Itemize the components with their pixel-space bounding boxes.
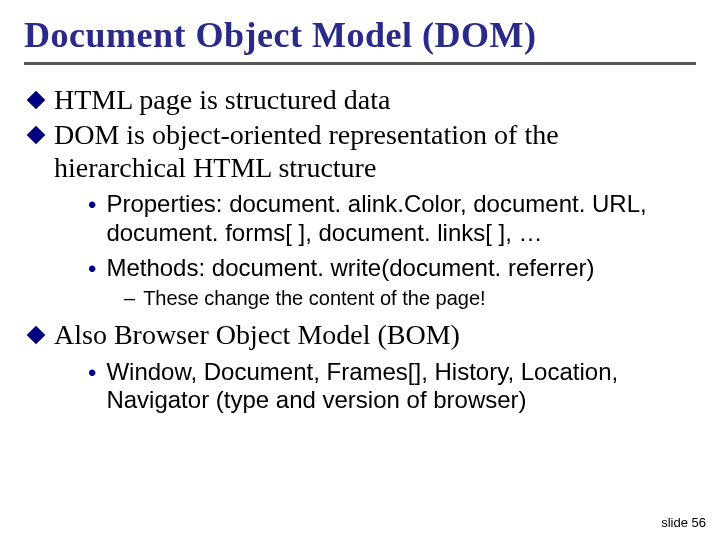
bullet-dot-icon: •	[88, 191, 96, 248]
sub-bullet-item: • Properties: document. alink.Color, doc…	[88, 190, 696, 248]
slide: Document Object Model (DOM) HTML page is…	[0, 0, 720, 540]
dash-bullet-text: These change the content of the page!	[143, 287, 485, 310]
diamond-icon	[27, 91, 46, 110]
sub-bullet-item: • Window, Document, Frames[], History, L…	[88, 358, 696, 416]
bullet-dot-icon: •	[88, 255, 96, 284]
bullet-item: Also Browser Object Model (BOM)	[24, 318, 696, 351]
title-rule	[24, 62, 696, 65]
bullet-text: HTML page is structured data	[54, 83, 390, 116]
diamond-icon	[27, 326, 46, 345]
bullet-text: Also Browser Object Model (BOM)	[54, 318, 460, 351]
dash-bullet-item: – These change the content of the page!	[124, 287, 696, 310]
bullet-item: HTML page is structured data	[24, 83, 696, 116]
sub-bullet-text: Window, Document, Frames[], History, Loc…	[106, 358, 696, 416]
sub-bullet-item: • Methods: document. write(document. ref…	[88, 254, 696, 284]
diamond-icon	[27, 126, 46, 145]
bullet-item: DOM is object-oriented representation of…	[24, 118, 696, 184]
sub-bullet-text: Properties: document. alink.Color, docum…	[106, 190, 696, 248]
bullet-text: DOM is object-oriented representation of…	[54, 118, 696, 184]
sub-bullet-text: Methods: document. write(document. refer…	[106, 254, 594, 284]
slide-title: Document Object Model (DOM)	[24, 14, 696, 56]
bullet-dot-icon: •	[88, 359, 96, 416]
slide-number: slide 56	[661, 515, 706, 530]
dash-icon: –	[124, 287, 135, 310]
